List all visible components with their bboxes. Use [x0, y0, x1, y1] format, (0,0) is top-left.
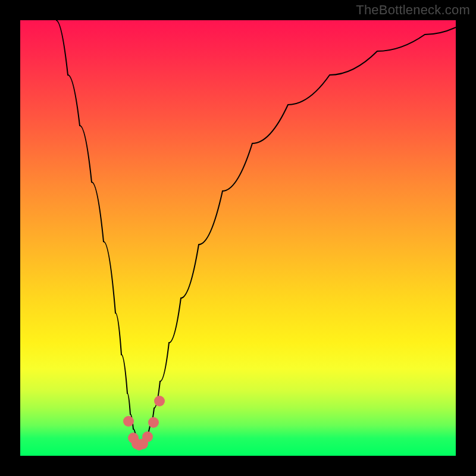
chart-container: TheBottleneck.com	[0, 0, 476, 476]
marker-dot	[142, 431, 153, 442]
marker-dot	[154, 396, 165, 406]
marker-dot	[123, 416, 134, 427]
bottleneck-curve	[56, 20, 456, 444]
curve-line	[56, 20, 456, 444]
marker-dot	[148, 417, 159, 428]
watermark-text: TheBottleneck.com	[356, 2, 470, 18]
plot-area	[20, 20, 456, 456]
curve-overlay	[20, 20, 456, 456]
